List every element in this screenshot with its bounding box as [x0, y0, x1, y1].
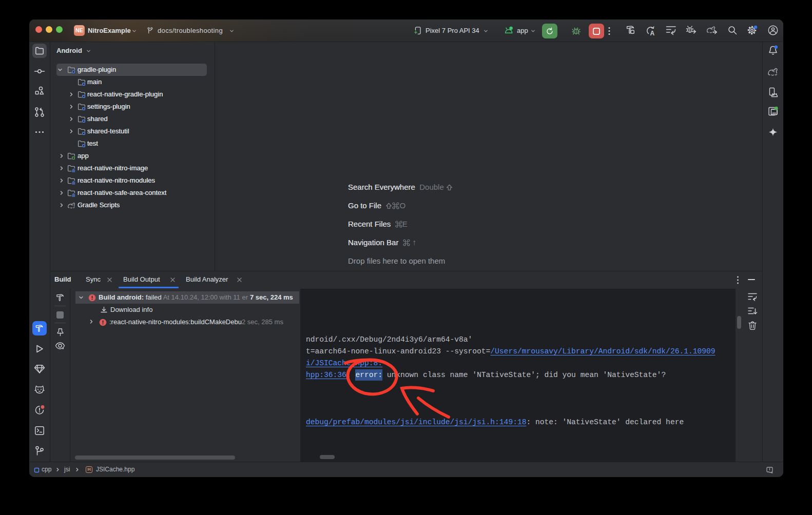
svg-text:A: A: [650, 30, 655, 36]
